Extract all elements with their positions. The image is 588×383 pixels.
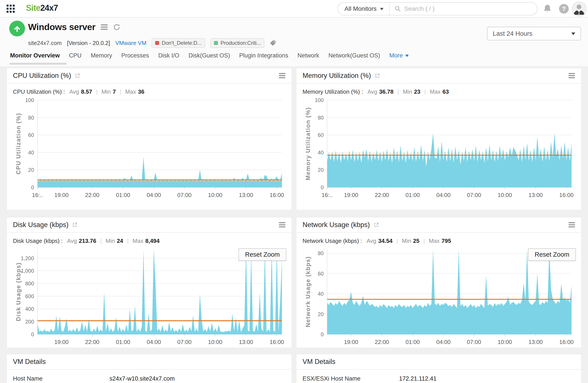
logo-site-text: Site <box>26 3 40 13</box>
vmware-vm-link[interactable]: VMware VM <box>115 40 147 46</box>
help-glyph: ? <box>562 5 566 13</box>
svg-text:20: 20 <box>318 167 324 173</box>
time-range-label: Last 24 Hours <box>493 30 532 37</box>
min-value: 23 <box>414 88 420 95</box>
user-avatar[interactable] <box>572 1 587 17</box>
tab-disk-guest-os[interactable]: Disk(Guest OS) <box>189 52 230 65</box>
svg-text:19:00: 19:00 <box>54 339 69 345</box>
tab-more[interactable]: More <box>389 52 409 65</box>
monitor-scope-dropdown[interactable]: All Monitors <box>338 3 390 15</box>
svg-text:01:00: 01:00 <box>405 339 420 345</box>
expand-icon[interactable] <box>373 222 379 228</box>
cpu-chart[interactable]: 02040608010016:..19:0022:0001:0004:0007:… <box>13 97 285 200</box>
tab-network-guest-os[interactable]: Network(Guest OS) <box>328 52 380 65</box>
svg-text:01:00: 01:00 <box>405 192 420 198</box>
notifications-bell-icon[interactable] <box>542 3 552 14</box>
page: Site24x7 All Monitors ? Windows server s… <box>0 0 588 383</box>
monitor-menu-icon[interactable] <box>101 24 108 30</box>
tab-cpu[interactable]: CPU <box>69 52 82 65</box>
divider <box>424 88 426 95</box>
max-value: 8,494 <box>145 238 160 244</box>
panel-menu-icon[interactable] <box>568 222 575 227</box>
site24x7-logo[interactable]: Site24x7 <box>26 3 58 13</box>
page-title: Windows server <box>28 22 95 32</box>
min-label: Min <box>102 88 111 95</box>
help-icon[interactable]: ? <box>559 4 569 14</box>
vm-detail-value: 172.21.112.41 <box>399 375 437 382</box>
expand-icon[interactable] <box>75 73 80 79</box>
refresh-icon[interactable] <box>113 23 121 31</box>
app-grid-icon[interactable] <box>7 5 15 13</box>
svg-text:19:00: 19:00 <box>344 192 358 198</box>
network-usage-panel: Network Usage (kbps) Network Usage (kbps… <box>296 217 581 348</box>
monitor-header: Windows server site24x7.com [Version - 2… <box>0 18 588 66</box>
max-label: Max <box>429 238 440 244</box>
panel-menu-icon[interactable] <box>568 73 575 78</box>
panel-title: CPU Utilization (%) <box>13 72 71 80</box>
min-value: 24 <box>117 238 123 244</box>
tag-label: Production:Criti... <box>220 40 261 46</box>
tab-network[interactable]: Network <box>297 52 319 65</box>
global-search: All Monitors <box>337 2 538 15</box>
time-range-dropdown[interactable]: Last 24 Hours <box>487 27 581 40</box>
max-value: 795 <box>442 238 451 244</box>
svg-text:600: 600 <box>25 293 34 299</box>
monitor-version: [Version - 20.0.2] <box>67 40 110 46</box>
svg-text:19:00: 19:00 <box>344 339 358 345</box>
stat-label: Memory Utilization (%) : <box>303 88 363 95</box>
status-up-badge <box>9 21 25 36</box>
svg-text:100: 100 <box>25 97 34 103</box>
tab-processes[interactable]: Processes <box>121 52 149 65</box>
divider <box>100 238 102 244</box>
network-chart[interactable]: 02040608019:0022:0001:0004:0007:0010:001… <box>303 246 575 347</box>
svg-text:1,000: 1,000 <box>21 268 34 274</box>
svg-text:0: 0 <box>321 184 324 190</box>
avg-value: 213.76 <box>79 238 96 244</box>
tag-chip[interactable]: Don't_Delete:D... <box>152 38 205 48</box>
vm-detail-value: s24x7-w10.site24x7.com <box>109 375 175 382</box>
expand-icon[interactable] <box>72 222 78 228</box>
svg-text:16:00: 16:00 <box>559 192 573 198</box>
panel-menu-icon[interactable] <box>279 222 285 227</box>
reset-zoom-button[interactable]: Reset Zoom <box>238 248 286 261</box>
tag-chip[interactable]: Production:Criti... <box>210 38 264 48</box>
tab-monitor-overview[interactable]: Monitor Overview <box>10 52 60 65</box>
divider <box>397 238 398 244</box>
vm-detail-label: ESX/ESXi Host Name <box>303 375 399 382</box>
svg-text:04:00: 04:00 <box>147 339 161 345</box>
max-label: Max <box>125 88 136 95</box>
svg-text:40: 40 <box>28 150 34 156</box>
memory-chart[interactable]: 02040608010016:..19:0022:0001:0004:0007:… <box>303 97 575 200</box>
divider <box>127 238 128 244</box>
expand-icon[interactable] <box>375 73 380 79</box>
min-label: Min <box>105 238 115 244</box>
search-input[interactable] <box>404 5 537 13</box>
panel-stats: Disk Usage (kbps) : Avg213.76 Min24 Max8… <box>7 233 292 245</box>
svg-text:40: 40 <box>318 291 324 297</box>
memory-chart-area: 02040608010016:..19:0022:0001:0004:0007:… <box>296 97 581 200</box>
max-label: Max <box>132 238 143 244</box>
svg-text:04:00: 04:00 <box>436 192 451 198</box>
panel-title: Network Usage (kbps) <box>303 221 370 229</box>
svg-text:22:00: 22:00 <box>85 192 99 198</box>
svg-text:13:00: 13:00 <box>239 192 253 198</box>
svg-text:10:00: 10:00 <box>498 192 512 198</box>
min-value: 7 <box>113 88 116 95</box>
tag-icon[interactable] <box>270 40 276 46</box>
svg-text:800: 800 <box>25 281 34 286</box>
search-icon <box>395 5 401 12</box>
svg-text:16:00: 16:00 <box>559 339 573 345</box>
panel-stats: Network Usage (kbps) : Avg34.54 Min25 Ma… <box>296 233 581 245</box>
disk-usage-panel: Disk Usage (kbps) Disk Usage (kbps) : Av… <box>7 217 292 348</box>
panel-menu-icon[interactable] <box>279 73 285 78</box>
divider <box>120 88 121 95</box>
tab-plugin-integrations[interactable]: Plugin Integrations <box>239 52 288 65</box>
tab-disk-io[interactable]: Disk I/O <box>158 52 179 65</box>
svg-text:07:00: 07:00 <box>467 192 481 198</box>
reset-zoom-button[interactable]: Reset Zoom <box>528 248 576 261</box>
disk-chart[interactable]: 02004006008001,0001,20019:0022:0001:0004… <box>13 246 285 347</box>
tab-memory[interactable]: Memory <box>91 52 112 65</box>
vm-detail-label: Host Name <box>13 375 109 382</box>
avg-label: Avg <box>69 88 79 95</box>
svg-text:20: 20 <box>318 311 324 317</box>
